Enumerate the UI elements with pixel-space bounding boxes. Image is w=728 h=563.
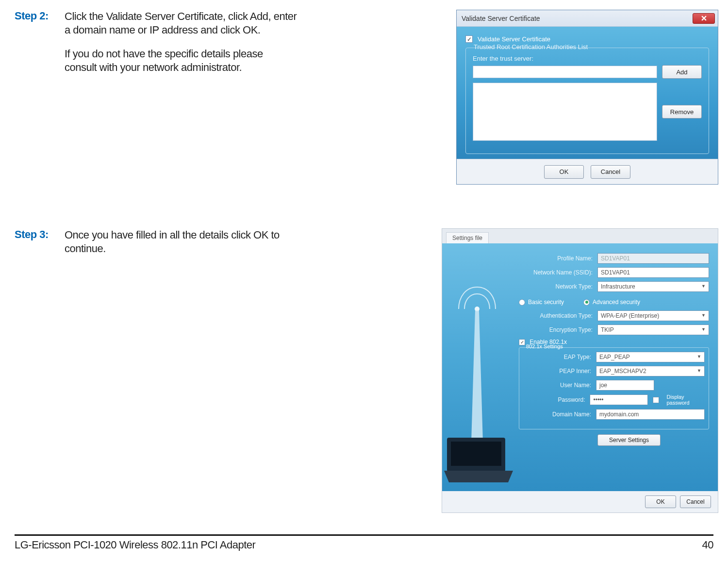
- step2-text: Click the Validate Server Certificate, c…: [65, 10, 298, 85]
- settings-cancel-button[interactable]: Cancel: [680, 495, 711, 508]
- 8021x-settings-group: 802.1x Settings EAP Type: EAP_PEAP PEAP …: [519, 347, 709, 429]
- peap-inner-select[interactable]: EAP_MSCHAPV2: [596, 366, 705, 376]
- display-password-checkbox[interactable]: [653, 397, 659, 403]
- radio-icon: [519, 299, 525, 306]
- label-eap-type: EAP Type:: [523, 354, 591, 360]
- group-title: Trusted Root Certification Authorities L…: [471, 43, 591, 51]
- label-password: Password:: [523, 396, 585, 403]
- ssid-input[interactable]: SD1VAP01: [597, 267, 709, 278]
- step2-p2: If you do not have the specific details …: [65, 47, 298, 74]
- trusted-root-group: Trusted Root Certification Authorities L…: [465, 48, 709, 154]
- step3-text: Once you have filled in all the details …: [65, 228, 298, 266]
- basic-security-label: Basic security: [528, 299, 564, 306]
- auth-type-select[interactable]: WPA-EAP (Enterprise): [597, 310, 709, 321]
- advanced-security-label: Advanced security: [593, 299, 640, 306]
- label-profile-name: Profile Name:: [519, 255, 593, 262]
- remove-button[interactable]: Remove: [662, 105, 702, 119]
- username-input[interactable]: joe: [596, 380, 654, 391]
- step2-p1: Click the Validate Server Certificate, c…: [65, 10, 298, 36]
- eap-type-select[interactable]: EAP_PEAP: [596, 352, 705, 362]
- display-password-label: Display password: [667, 394, 705, 406]
- dialog-titlebar[interactable]: Validate Server Certificate: [457, 10, 718, 27]
- settings-ok-button[interactable]: OK: [645, 495, 676, 508]
- domain-input[interactable]: mydomain.com: [596, 409, 705, 420]
- label-enc-type: Encryption Type:: [519, 326, 593, 333]
- label-domain: Domain Name:: [523, 411, 591, 418]
- footer-page-number: 40: [702, 539, 713, 551]
- trust-server-list[interactable]: [473, 83, 657, 141]
- antenna-illustration: [442, 282, 515, 491]
- basic-security-radio[interactable]: Basic security: [519, 299, 564, 306]
- password-input[interactable]: •••••: [590, 394, 648, 405]
- trust-server-input[interactable]: [473, 66, 657, 78]
- validate-cert-checkbox-label: Validate Server Certificate: [478, 35, 550, 43]
- step3-label: Step 3:: [15, 228, 56, 241]
- profile-name-input: SD1VAP01: [597, 253, 709, 264]
- enter-trust-label: Enter the trust server:: [473, 55, 702, 62]
- close-button[interactable]: [693, 13, 715, 24]
- close-icon: [701, 16, 707, 21]
- network-type-select[interactable]: Infrastructure: [597, 281, 709, 292]
- radio-icon: [583, 299, 590, 306]
- tab-settings-file[interactable]: Settings file: [446, 232, 489, 243]
- ok-button[interactable]: OK: [544, 165, 584, 179]
- step2-label: Step 2:: [15, 10, 56, 22]
- 8021x-section-title: 802.1x Settings: [524, 343, 565, 349]
- advanced-security-radio[interactable]: Advanced security: [583, 299, 640, 306]
- enc-type-select[interactable]: TKIP: [597, 324, 709, 335]
- label-ssid: Network Name (SSID):: [519, 269, 593, 276]
- validate-cert-dialog: Validate Server Certificate ✓ Validate S…: [456, 10, 718, 185]
- server-settings-button[interactable]: Server Settings: [597, 434, 661, 446]
- svg-rect-2: [451, 442, 501, 466]
- label-network-type: Network Type:: [519, 283, 593, 290]
- label-username: User Name:: [523, 382, 591, 389]
- add-button[interactable]: Add: [662, 65, 702, 79]
- step3-p1: Once you have filled in all the details …: [65, 228, 298, 255]
- dialog-title: Validate Server Certificate: [462, 15, 693, 22]
- validate-cert-checkbox[interactable]: ✓: [465, 35, 473, 43]
- label-peap-inner: PEAP Inner:: [523, 368, 591, 375]
- footer-product: LG-Ericsson PCI-1020 Wireless 802.11n PC…: [15, 539, 255, 551]
- settings-dialog: Settings file Profi: [442, 228, 718, 513]
- cancel-button[interactable]: Cancel: [591, 165, 630, 179]
- label-auth-type: Authentication Type:: [519, 312, 593, 319]
